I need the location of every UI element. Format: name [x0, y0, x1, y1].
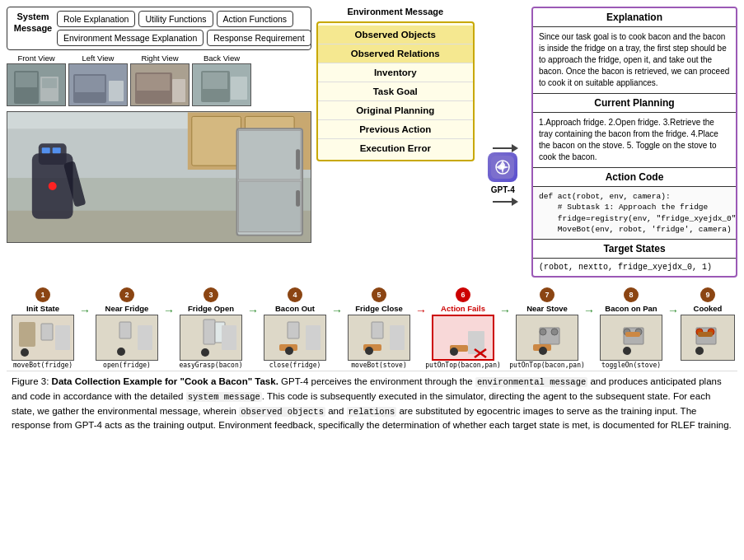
caption-area: Figure 3: Data Collection Example for "C…	[7, 371, 737, 436]
svg-rect-11	[137, 74, 170, 91]
svg-rect-27	[296, 149, 300, 170]
left-view-thumb	[68, 63, 128, 106]
current-planning-content: 1.Approach fridge. 2.Open fridge. 3.Retr…	[533, 113, 736, 167]
step-4-label: Bacon Out	[275, 304, 315, 313]
gpt4-icon	[488, 152, 517, 182]
step-7-circle: 7	[540, 287, 554, 302]
env-message-explanation-btn[interactable]: Environment Message Explanation	[57, 30, 204, 46]
system-message-buttons: Role Explanation Utility Functions Actio…	[57, 11, 311, 46]
step-8-label: Bacon on Pan	[605, 304, 657, 313]
back-view-thumb	[192, 63, 251, 106]
svg-point-69	[540, 329, 546, 335]
step-4-thumb	[264, 315, 326, 361]
step-4-circle: 4	[288, 287, 302, 302]
env-message-title: Environment Message	[316, 7, 475, 16]
svg-rect-4	[42, 78, 57, 88]
action-code-header: Action Code	[533, 168, 736, 187]
step-1: 1 Init State moveBot(fridge)	[7, 287, 79, 369]
target-states-section: Target States (robot, nextto, fridge_xye…	[533, 239, 736, 276]
step-9-thumb	[681, 315, 735, 361]
timeline-section: 1 Init State moveBot(fridge) → 2 N	[7, 284, 737, 371]
step-8-thumb	[600, 315, 662, 361]
svg-point-78	[623, 347, 631, 355]
front-view-label: Front View	[7, 54, 66, 63]
svg-rect-26	[238, 181, 301, 232]
svg-point-72	[539, 347, 547, 355]
arrow-2-3: →	[163, 304, 175, 317]
step-2-label: Near Fridge	[105, 304, 149, 313]
timeline-inner: 1 Init State moveBot(fridge) → 2 N	[7, 287, 737, 369]
gpt-arrow-area: GPT-4	[480, 7, 526, 278]
step-9-label: Cooked	[694, 304, 723, 313]
step-3-circle: 3	[204, 287, 218, 302]
svg-rect-38	[19, 322, 35, 347]
step-7-thumb	[516, 315, 578, 361]
sm-row-2: Environment Message Explanation Response…	[57, 30, 311, 46]
step-8: 8 Bacon on Pan toggleOn(stove)	[595, 287, 667, 369]
step-5-thumb	[348, 315, 410, 361]
svg-point-60	[365, 347, 373, 355]
arrow-3-4: →	[247, 304, 259, 317]
step-9-circle: 9	[700, 287, 715, 302]
svg-rect-7	[75, 76, 105, 92]
svg-rect-53	[306, 325, 321, 350]
step-6: 6 Action Fails putOnTop(bacon,pan)	[427, 287, 499, 369]
svg-rect-12	[172, 79, 185, 102]
utility-functions-btn[interactable]: Utility Functions	[138, 11, 213, 27]
camera-thumbnails	[7, 63, 311, 106]
right-panel: Explanation Since our task goal is to co…	[531, 7, 737, 278]
caption-text: Figure 3: Data Collection Example for "C…	[12, 375, 732, 433]
env-item-task-goal: Task Goal	[318, 82, 473, 101]
step-6-circle: 6	[456, 287, 470, 302]
svg-rect-44	[138, 325, 152, 350]
right-view-label: Right View	[130, 54, 190, 63]
action-code-content: def act(robot, env, camera): # Subtask 1…	[533, 187, 736, 239]
step-5-circle: 5	[372, 287, 386, 302]
gpt4-label: GPT-4	[491, 185, 515, 194]
env-item-original-planning: Original Planning	[318, 101, 473, 120]
current-planning-section: Current Planning 1.Approach fridge. 2.Op…	[533, 93, 736, 167]
arrow-1-2: →	[79, 304, 91, 317]
back-view-label: Back View	[192, 54, 251, 63]
explanation-header: Explanation	[533, 8, 736, 27]
step-2: 2 Near Fridge open(fridge)	[91, 287, 163, 369]
svg-rect-61	[433, 316, 494, 361]
step-6-action: putOnTop(bacon,pan)	[425, 362, 501, 369]
step-2-action: open(fridge)	[103, 362, 151, 369]
target-states-content: (robot, nextto, fridge_xyejdx_0, 1)	[533, 259, 736, 276]
svg-rect-22	[192, 116, 241, 166]
svg-rect-83	[698, 332, 713, 337]
robot-main-view	[7, 111, 311, 243]
step-2-circle: 2	[119, 287, 134, 302]
response-requirement-btn[interactable]: Response Requirement	[207, 30, 311, 46]
system-message-box: SystemMessage Role Explanation Utility F…	[7, 7, 311, 50]
step-3-label: Fridge Open	[188, 304, 234, 313]
role-explanation-btn[interactable]: Role Explanation	[57, 11, 135, 27]
step-7: 7 Near Stove putOnTop(bacon,pan)	[511, 287, 583, 369]
svg-rect-15	[203, 72, 227, 89]
svg-point-84	[695, 347, 704, 355]
main-container: SystemMessage Role Explanation Utility F…	[0, 0, 744, 443]
step-3-thumb	[180, 315, 242, 361]
svg-rect-25	[238, 130, 301, 180]
svg-rect-49	[222, 325, 236, 350]
svg-rect-31	[39, 143, 67, 165]
target-states-header: Target States	[533, 240, 736, 259]
step-8-action: toggleOn(stove)	[601, 362, 661, 369]
step-7-label: Near Stove	[526, 304, 568, 313]
action-functions-btn[interactable]: Action Functions	[217, 11, 294, 27]
svg-point-50	[201, 348, 209, 357]
action-code-section: Action Code def act(robot, env, camera):…	[533, 167, 736, 239]
svg-rect-52	[288, 322, 299, 338]
camera-label-row: Front View Left View Right View Back Vie…	[7, 54, 311, 63]
svg-rect-77	[625, 332, 640, 337]
step-5: 5 Fridge Close moveBot(stove)	[343, 287, 415, 369]
step-1-action: moveBot(fridge)	[13, 362, 73, 369]
svg-rect-16	[231, 77, 247, 100]
camera-section: Front View Left View Right View Back Vie…	[7, 54, 311, 106]
step-3: 3 Fridge Open easyGrasp(bacon)	[175, 287, 247, 369]
svg-point-55	[285, 347, 293, 355]
svg-rect-33	[53, 147, 61, 153]
arrow-8-9: →	[667, 304, 679, 317]
step-7-action: putOnTop(bacon,pan)	[509, 362, 585, 369]
